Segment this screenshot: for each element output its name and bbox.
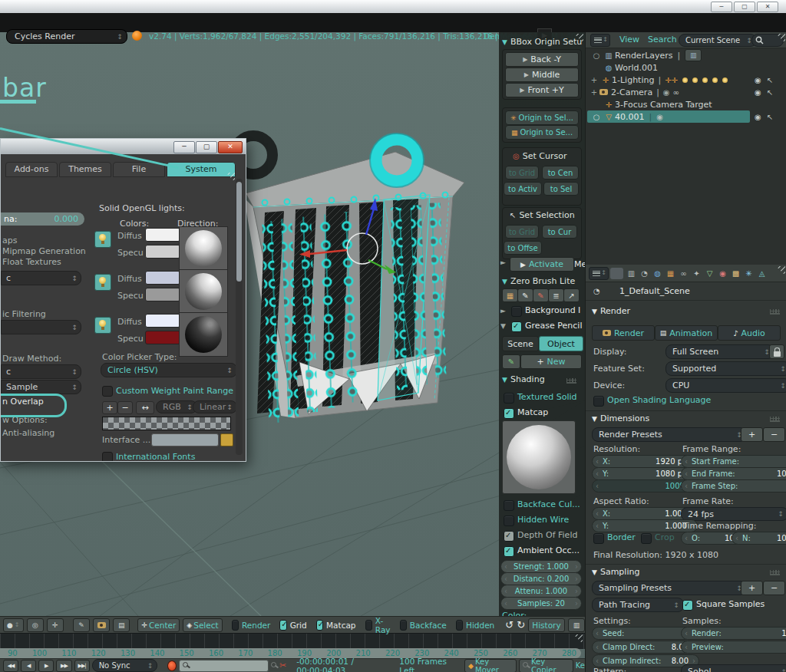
color-picker-type-select[interactable]: Circle (HSV) (101, 363, 237, 377)
outliner-row-camera[interactable]: + 2-Camera | ◉ ∞ ◉ ↖ (586, 86, 786, 98)
animation-button[interactable]: ▤Animation (655, 325, 718, 341)
selection-to-cursor-button[interactable]: to Cur (542, 225, 577, 239)
preset-remove-button[interactable]: − (763, 427, 785, 442)
render-presets-select[interactable]: Render Presets (592, 427, 747, 442)
light3-spec-swatch[interactable] (145, 331, 180, 344)
search-menu[interactable]: Search (648, 35, 677, 44)
zbl-cube-icon[interactable]: ▦ (502, 288, 518, 302)
cursor-to-center-button[interactable]: to Cen (542, 166, 579, 180)
cursor-tool-button[interactable]: ✛ (47, 618, 64, 632)
redo-icon[interactable]: ↻ (517, 619, 525, 631)
zbl-comb-icon[interactable]: ≣ (548, 288, 564, 302)
panel-grip-icon[interactable] (770, 309, 780, 315)
textured-solid-checkbox[interactable] (504, 393, 514, 404)
play-button[interactable]: ▶ (38, 660, 54, 672)
key-mover-button[interactable]: ◆Key Mover (464, 659, 517, 672)
matcap-preview[interactable] (502, 420, 576, 494)
end-frame-field[interactable]: End Frame:100 (681, 467, 786, 480)
jump-start-button[interactable]: ◀◀ (3, 660, 18, 672)
clip-alpha-slider[interactable]: na: 0.000 (1, 212, 84, 226)
light2-diffuse-swatch[interactable] (145, 271, 180, 285)
render-samples-field[interactable]: Render:10 (681, 627, 786, 640)
ao-samples-slider[interactable]: Samples:20 (500, 597, 582, 610)
outliner-row-renderlayers[interactable]: ○ ▥ RenderLayers | ▥ (586, 49, 786, 61)
properties-editor-select[interactable] (589, 267, 609, 280)
tab-data-icon[interactable]: ▽ (703, 268, 716, 279)
pattern-select[interactable]: Sobol (681, 664, 786, 672)
insert-key-icon[interactable] (271, 662, 277, 670)
frame-step-field[interactable]: Frame Step:1 (681, 479, 786, 492)
outliner-row-world[interactable]: ◍ World.001 (586, 61, 786, 74)
hidden-wire-checkbox[interactable] (504, 516, 514, 526)
minimize-icon[interactable]: ─ (711, 2, 732, 12)
sampling-panel-header[interactable]: ▼Sampling (592, 567, 639, 577)
border-checkbox[interactable] (593, 533, 604, 544)
outliner-row-focus-target[interactable]: ✛ 3-Focus Camera Target (586, 98, 786, 110)
panel-grip-icon[interactable] (770, 417, 780, 422)
pointer-icon[interactable]: ↖ (767, 76, 773, 84)
front-y-button[interactable]: ▶Front +Y (505, 83, 579, 97)
sampling-preset-add-button[interactable]: + (741, 581, 763, 595)
audio-button[interactable]: ♪Audio (718, 325, 781, 341)
osl-checkbox[interactable] (593, 396, 604, 407)
feature-set-select[interactable]: Supported (665, 361, 786, 376)
back-y-button[interactable]: ▶Back -Y (505, 52, 579, 67)
grease-checkbox[interactable] (511, 321, 522, 332)
selection-to-grid-button[interactable]: to Grid (505, 225, 539, 239)
item-label[interactable]: 3-Focus Camera Target (615, 100, 712, 110)
ao-strength-slider[interactable]: Strengt:1.000 (500, 560, 582, 573)
restrict-icon[interactable]: ○ (590, 51, 603, 60)
tab-render-icon[interactable] (610, 268, 623, 279)
tab-particles-icon[interactable]: ✳ (742, 268, 755, 279)
background-checkbox[interactable] (511, 306, 522, 317)
selection-to-offset-button[interactable]: to Offse (504, 241, 542, 255)
light3-toggle-icon[interactable] (94, 317, 111, 334)
ao-checkbox[interactable] (504, 546, 514, 557)
matcap-checkbox[interactable] (504, 408, 514, 419)
text-antialiasing-label[interactable]: Anti-aliasing (2, 428, 54, 438)
integrator-select[interactable]: Path Tracing (592, 598, 684, 612)
key-copier-button[interactable]: Key Copier (519, 659, 573, 672)
prefs-maximize-icon[interactable]: ▢ (196, 141, 217, 153)
light2-spec-swatch[interactable] (145, 288, 180, 301)
light2-toggle-icon[interactable] (94, 274, 111, 291)
zbl-knife-icon[interactable]: ✎ (533, 288, 549, 302)
history-button[interactable]: History (528, 618, 565, 632)
draw-method-select[interactable]: c (1, 364, 81, 379)
tab-themes[interactable]: Themes (59, 162, 111, 177)
activate-button[interactable]: ▶Activate (510, 257, 574, 272)
undo-icon[interactable]: ↺ (505, 619, 514, 631)
cursor-to-grid-button[interactable]: to Grid (505, 166, 539, 180)
ramp-color-mode-select[interactable]: RGB (156, 400, 197, 413)
float-textures-label[interactable]: Float Textures (2, 257, 61, 267)
folder-icon[interactable] (220, 433, 233, 446)
item-label[interactable]: RenderLayers (615, 51, 673, 61)
properties-corner-grip[interactable] (774, 266, 785, 278)
international-fonts-checkbox[interactable] (102, 452, 113, 461)
sampling-preset-remove-button[interactable]: − (763, 581, 785, 595)
dimensions-panel-header[interactable]: ▼Dimensions (592, 413, 649, 423)
snap-button[interactable]: ◎ (27, 618, 44, 632)
ramp-interp-select[interactable]: Linear (193, 400, 237, 413)
jump-end-button[interactable]: ▶▶| (74, 660, 90, 672)
renderlayer-data-button[interactable]: ▥ (685, 49, 702, 61)
mipmap-gen-label[interactable]: Mipmap Generation (2, 246, 86, 256)
light1-diffuse-swatch[interactable] (145, 228, 180, 242)
new-layer-button[interactable]: +New (520, 354, 582, 369)
clapper-button[interactable]: ▤ (113, 618, 130, 632)
panel-grip-icon[interactable] (770, 570, 780, 575)
outliner-row-40001[interactable]: ○ ▽ 40.001 | ◉ ◉ ↖ (586, 110, 786, 123)
expand-icon[interactable]: + (589, 88, 599, 97)
pointer-icon[interactable]: ↖ (767, 88, 773, 97)
select-button[interactable]: ◈Select (183, 618, 222, 632)
prev-frame-button[interactable]: ◀ (21, 660, 36, 672)
ao-attenuation-slider[interactable]: Attenu:1.000 (500, 585, 582, 598)
tab-modifiers-icon[interactable]: ✦ (690, 268, 703, 279)
pointer-icon[interactable]: ↖ (767, 113, 773, 121)
panel-grip-icon[interactable] (566, 378, 576, 384)
eye-icon[interactable]: ◉ (755, 113, 761, 121)
expand-icon[interactable]: + (589, 76, 599, 84)
tab-renderlayers-icon[interactable]: ▥ (625, 268, 638, 279)
proportional-edit-button[interactable]: ●↕ (3, 618, 24, 632)
crop-checkbox[interactable] (641, 533, 652, 544)
